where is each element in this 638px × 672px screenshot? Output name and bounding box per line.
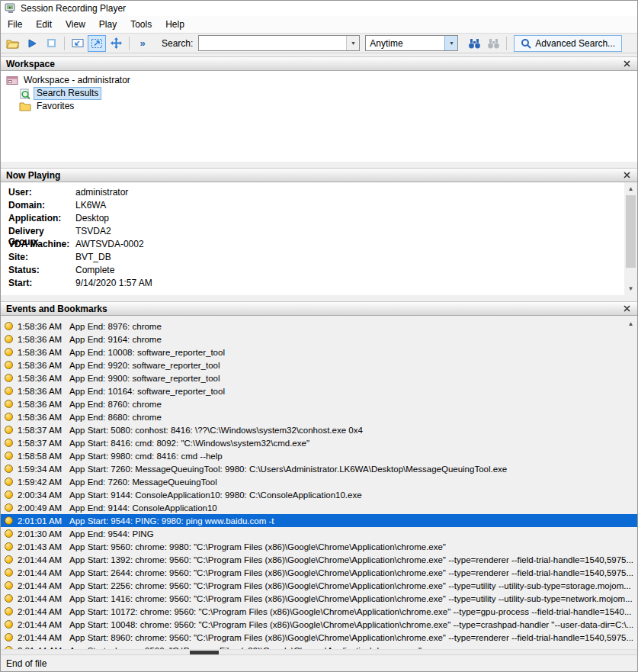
event-row[interactable]: 2:01:01 AM App Start: 9544: PING: 9980: … [1, 514, 637, 527]
search-binoculars-button[interactable] [465, 35, 483, 52]
now-playing-scrollbar[interactable]: ▲ ▼ [624, 182, 637, 295]
search-combobox[interactable]: ▼ [198, 35, 360, 51]
event-time: 1:59:34 AM [18, 465, 69, 474]
event-row[interactable]: 1:59:42 AM App End: 7260: MessageQueuing… [1, 475, 637, 488]
event-row[interactable]: 2:01:44 AM App Start: 1392: chrome: 9560… [1, 553, 637, 566]
menu-item[interactable]: Help [159, 16, 191, 33]
event-time: 2:01:30 AM [18, 529, 69, 539]
event-time: 2:01:44 AM [18, 581, 69, 590]
scale-to-fit-button[interactable] [88, 35, 106, 52]
menu-item[interactable]: View [59, 16, 92, 33]
event-dot-icon [5, 465, 13, 473]
now-playing-field-row: Start: 9/14/2020 1:57 AM [8, 278, 637, 291]
scrollbar-track[interactable] [624, 195, 637, 282]
event-time: 2:01:44 AM [18, 568, 69, 577]
event-dot-icon [5, 400, 13, 408]
event-time: 2:00:49 AM [18, 503, 69, 513]
close-icon[interactable] [621, 170, 632, 181]
menu-bar: File Edit View Play Tools Help [1, 16, 637, 33]
event-row[interactable]: 2:01:44 AM App Start: 8960: chrome: 9560… [1, 631, 637, 644]
event-time: 2:01:44 AM [18, 620, 69, 629]
scrollbar-thumb[interactable] [190, 651, 219, 654]
menu-item[interactable]: Edit [29, 16, 59, 33]
stop-button[interactable] [42, 35, 60, 52]
event-time: 2:01:43 AM [18, 542, 69, 551]
event-dot-icon [5, 633, 13, 641]
event-row[interactable]: 1:58:36 AM App End: 9900: software_repor… [1, 371, 637, 384]
time-filter-dropdown[interactable]: Anytime ▼ [365, 35, 458, 51]
now-playing-field-row: Site: BVT_DB [8, 252, 637, 265]
close-icon[interactable] [621, 304, 632, 314]
menu-item[interactable]: File [1, 16, 29, 33]
event-dot-icon [5, 581, 13, 590]
event-text: App Start: 5080: conhost: 8416: \??\C:\W… [69, 426, 363, 435]
scrollbar-thumb[interactable] [626, 195, 636, 268]
search-input[interactable] [199, 36, 346, 50]
scroll-up-icon[interactable]: ▲ [624, 317, 637, 330]
events-list: 1:58:36 AM App End: 8976: chrome 1:58:36… [1, 316, 637, 649]
now-playing-field-row: Application: Desktop [8, 213, 637, 226]
chevron-down-icon[interactable]: ▼ [346, 36, 359, 50]
toolbar-overflow-chevron[interactable]: » [133, 35, 152, 52]
event-row[interactable]: 2:01:44 AM App Start: 10172: chrome: 956… [1, 605, 637, 618]
event-row[interactable]: 1:58:36 AM App End: 10008: software_repo… [1, 346, 637, 359]
event-dot-icon [5, 439, 13, 447]
open-file-button[interactable] [4, 35, 22, 52]
event-row[interactable]: 1:58:36 AM App End: 8760: chrome [1, 397, 637, 410]
event-row[interactable]: 2:01:44 AM App Start: 10048: chrome: 956… [1, 618, 637, 631]
event-text: App Start: 10172: chrome: 9560: "C:\Prog… [69, 607, 632, 616]
event-time: 1:59:42 AM [18, 477, 69, 487]
now-playing-field-row: Domain: LK6WA [8, 200, 637, 213]
event-row[interactable]: 1:58:36 AM App End: 8976: chrome [1, 320, 637, 333]
event-row[interactable]: 2:00:34 AM App Start: 9144: ConsoleAppli… [1, 488, 637, 501]
events-horizontal-scrollbar[interactable] [1, 649, 637, 654]
tree-item-workspace-root[interactable]: Workspace - administrator [6, 74, 637, 87]
event-row[interactable]: 2:01:44 AM App Start: 2644: chrome: 9560… [1, 566, 637, 579]
event-row[interactable]: 1:58:36 AM App End: 8680: chrome [1, 410, 637, 423]
event-row[interactable]: 2:00:49 AM App End: 9144: ConsoleApplica… [1, 501, 637, 514]
event-row[interactable]: 2:01:44 AM App Start: 2256: chrome: 9560… [1, 579, 637, 592]
scroll-up-icon[interactable]: ▲ [624, 182, 637, 195]
event-text: App Start: 7260: MessageQueuingTool: 998… [69, 465, 507, 474]
event-row[interactable]: 2:01:44 AM App Start: 1416: chrome: 9560… [1, 592, 637, 605]
menu-item[interactable]: Tools [123, 16, 159, 33]
search-next-binoculars-button[interactable] [484, 35, 502, 52]
advanced-search-button[interactable]: Advanced Search... [514, 35, 622, 52]
workspace-panel-header: Workspace [1, 56, 637, 71]
search-results-icon [19, 88, 30, 99]
event-text: App End: 9544: PING [69, 529, 154, 539]
tree-label: Search Results [34, 87, 101, 100]
event-row[interactable]: 1:58:36 AM App End: 9164: chrome [1, 333, 637, 346]
now-playing-field-row: User: administrator [8, 187, 637, 200]
tree-item-favorites[interactable]: Favorites [6, 100, 637, 113]
event-row[interactable]: 1:58:36 AM App End: 10164: software_repo… [1, 384, 637, 397]
search-label: Search: [162, 38, 193, 49]
field-value: BVT_DB [75, 252, 111, 265]
event-text: App Start: 9144: ConsoleApplication10: 9… [69, 490, 362, 500]
event-row[interactable]: 2:01:43 AM App Start: 9560: chrome: 9980… [1, 540, 637, 553]
event-row[interactable]: 2:01:44 AM App Start: chrome: 9560: "C:\… [1, 644, 637, 649]
play-button[interactable] [23, 35, 41, 52]
close-icon[interactable] [621, 59, 632, 69]
event-time: 2:01:44 AM [18, 594, 69, 603]
window-title: Session Recording Player [21, 3, 126, 14]
event-row[interactable]: 1:59:34 AM App Start: 7260: MessageQueui… [1, 462, 637, 475]
now-playing-fields: User: administrator Domain: LK6WA Applic… [8, 187, 637, 291]
event-row[interactable]: 1:58:36 AM App End: 9920: software_repor… [1, 359, 637, 371]
event-row[interactable]: 2:01:30 AM App End: 9544: PING [1, 527, 637, 540]
title-bar: Session Recording Player [1, 1, 637, 16]
workspace-panel-title: Workspace [6, 59, 621, 69]
event-row[interactable]: 1:58:37 AM App Start: 8416: cmd: 8092: "… [1, 436, 637, 449]
event-time: 1:58:37 AM [18, 426, 69, 435]
scroll-down-icon[interactable]: ▼ [624, 282, 637, 295]
tree-item-search-results[interactable]: Search Results [6, 87, 637, 100]
chevron-down-icon[interactable]: ▼ [444, 36, 457, 50]
event-row[interactable]: 1:58:58 AM App Start: 9980: cmd: 8416: c… [1, 449, 637, 462]
event-time: 1:58:36 AM [18, 361, 69, 370]
event-dot-icon [5, 529, 13, 538]
pan-button[interactable] [107, 35, 125, 52]
fit-window-button[interactable] [69, 35, 87, 52]
event-row[interactable]: 1:58:37 AM App Start: 5080: conhost: 841… [1, 423, 637, 436]
menu-item[interactable]: Play [92, 16, 123, 33]
status-text: End of file [6, 658, 46, 669]
